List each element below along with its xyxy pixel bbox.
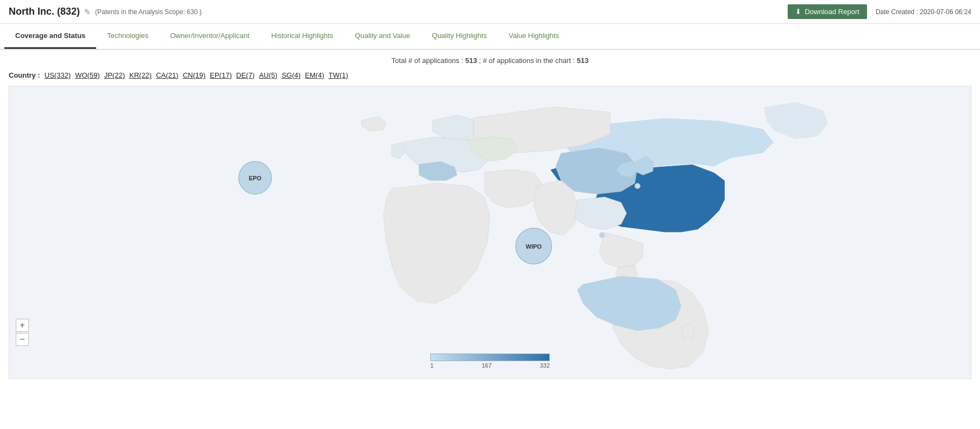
header-right: ⬇ Download Report Date Created : 2020-07… — [788, 4, 971, 19]
stats-row: Total # of applications : 513 ; # of app… — [9, 56, 971, 65]
greenland-path — [763, 102, 829, 140]
edit-icon[interactable]: ✎ — [84, 8, 91, 16]
zoom-in-button[interactable]: + — [16, 319, 29, 332]
country-link-cn[interactable]: CN(19) — [183, 71, 205, 79]
legend-labels: 1 167 332 — [430, 362, 550, 369]
download-icon: ⬇ — [795, 8, 801, 16]
country-link-tw[interactable]: TW(1) — [329, 71, 348, 79]
header-left: North Inc. (832) ✎ (Patents in the Analy… — [9, 6, 202, 17]
wipo-label: WIPO — [526, 243, 542, 250]
country-link-au[interactable]: AU(5) — [259, 71, 278, 79]
legend-max: 332 — [540, 362, 550, 369]
app-title: North Inc. (832) — [9, 6, 80, 17]
country-link-sg[interactable]: SG(4) — [282, 71, 301, 79]
tab-owner[interactable]: Owner/Inventor/Applicant — [159, 24, 260, 49]
iceland-path — [362, 117, 386, 131]
tab-coverage[interactable]: Coverage and Status — [4, 24, 96, 49]
zoom-out-button[interactable]: − — [16, 333, 29, 346]
middle-east-path — [485, 169, 542, 207]
taiwan-path[interactable] — [635, 183, 640, 188]
world-map: EPO WIPO — [9, 86, 971, 378]
legend: 1 167 332 — [430, 354, 550, 369]
singapore-path[interactable] — [599, 232, 605, 238]
main-content: Total # of applications : 513 ; # of app… — [0, 50, 980, 386]
uk-path — [392, 142, 405, 159]
legend-bar — [430, 354, 550, 361]
mexico-path — [599, 232, 643, 268]
legend-min: 1 — [430, 362, 434, 369]
download-label: Download Report — [805, 8, 859, 16]
map-container: EPO WIPO + − 1 167 332 — [9, 86, 971, 379]
date-created: Date Created : 2020-07-06 06:24 — [876, 8, 971, 16]
download-button[interactable]: ⬇ Download Report — [788, 4, 866, 19]
country-link-ca[interactable]: CA(21) — [156, 71, 178, 79]
tab-value-highlights[interactable]: Value Highlights — [498, 24, 570, 49]
scope-info: (Patents in the Analysis Scope: 630 ) — [95, 8, 202, 16]
country-link-em[interactable]: EM(4) — [305, 71, 324, 79]
country-link-de[interactable]: DE(7) — [236, 71, 255, 79]
tab-quality[interactable]: Quality and Value — [344, 24, 421, 49]
nav-tabs: Coverage and StatusTechnologiesOwner/Inv… — [0, 24, 980, 50]
tab-quality-highlights[interactable]: Quality Highlights — [421, 24, 498, 49]
country-row: Country : US(332)WO(59)JP(22)KR(22)CA(21… — [9, 71, 971, 79]
country-label: Country : — [9, 71, 40, 79]
legend-mid: 167 — [482, 362, 492, 369]
country-link-ep[interactable]: EP(17) — [210, 71, 231, 79]
zoom-controls: + − — [16, 319, 29, 346]
australia-path[interactable] — [577, 276, 681, 331]
tab-technologies[interactable]: Technologies — [96, 24, 159, 49]
africa-path — [384, 183, 490, 303]
header: North Inc. (832) ✎ (Patents in the Analy… — [0, 0, 980, 24]
scandinavia-path — [432, 115, 479, 140]
southeast-asia-path — [575, 197, 627, 230]
country-link-us[interactable]: US(332) — [45, 71, 71, 79]
country-link-wo[interactable]: WO(59) — [75, 71, 100, 79]
tab-historical[interactable]: Historical Highlights — [260, 24, 344, 49]
country-link-kr[interactable]: KR(22) — [129, 71, 152, 79]
country-link-jp[interactable]: JP(22) — [104, 71, 125, 79]
india-path — [533, 180, 577, 235]
stats-text: Total # of applications : 513 ; # of app… — [392, 56, 589, 65]
epo-label: EPO — [249, 175, 262, 181]
